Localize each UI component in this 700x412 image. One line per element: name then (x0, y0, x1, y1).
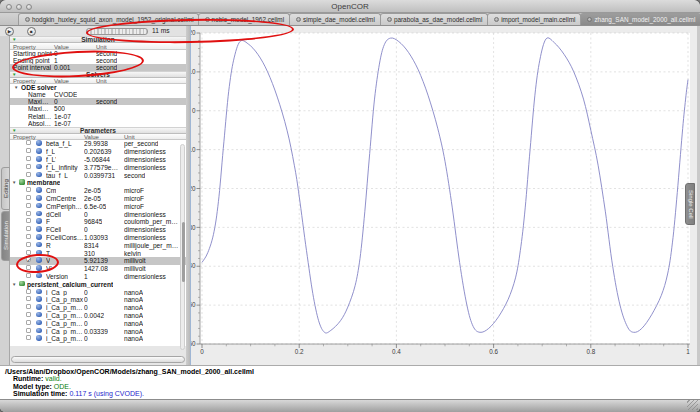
parameter-checkbox[interactable] (26, 211, 31, 216)
parameter-value[interactable]: 1427.08 (84, 265, 108, 273)
parameter-row[interactable]: FCell0dimensionless (10, 226, 186, 234)
parameter-row[interactable]: i_Ca_p_m…0nanoA (10, 320, 186, 328)
parameter-checkbox[interactable] (26, 320, 31, 325)
parameter-row[interactable]: tau_f_L0.0399731second (10, 172, 186, 180)
tab-close-icon[interactable] (387, 17, 392, 22)
property-value[interactable]: 500 (54, 105, 65, 112)
parameter-checkbox[interactable] (26, 335, 31, 340)
parameter-value[interactable]: 8314 (84, 242, 99, 250)
property-row[interactable]: Ending point1second (10, 57, 186, 64)
tab-close-icon[interactable] (587, 17, 592, 22)
parameter-checkbox[interactable] (26, 296, 31, 301)
parameter-checkbox[interactable] (26, 250, 31, 255)
parameter-row[interactable]: i_Ca_p_m…0.0042nanoA (10, 312, 186, 320)
view-tab-single-cell[interactable]: Single Cell (685, 183, 695, 225)
parameter-checkbox[interactable] (26, 226, 31, 231)
parameter-row[interactable]: ✓V5.92139millivolt (10, 257, 186, 265)
disclosure-triangle-icon[interactable]: ▼ (12, 179, 16, 187)
parameter-checkbox[interactable] (26, 234, 31, 239)
solver-property-row[interactable]: Maxi…0second (10, 98, 186, 105)
property-row[interactable]: Point interval0.001second (10, 64, 186, 71)
parameter-row[interactable]: dCell0dimensionless (10, 211, 186, 219)
parameter-row[interactable]: f_L'-5.06844dimensionless (10, 156, 186, 164)
property-value[interactable]: 1e-07 (54, 120, 71, 127)
parameter-checkbox[interactable] (26, 312, 31, 317)
tab-close-icon[interactable] (205, 17, 210, 22)
trace-plot[interactable]: 00.20.40.60.8120100-10-20-30-40-50-60 Si… (190, 26, 697, 365)
solver-property-row[interactable]: Maxi…500 (10, 105, 186, 112)
file-tab[interactable]: zhang_SAN_model_2000_all.cellml (580, 13, 700, 25)
parameter-value[interactable]: 0.202639 (84, 148, 112, 156)
parameter-checkbox[interactable] (26, 140, 31, 145)
file-tab[interactable]: import_model_main.cellml (487, 13, 581, 25)
parameter-checkbox[interactable] (26, 187, 31, 192)
parameter-checkbox[interactable] (26, 164, 31, 169)
file-tab[interactable]: parabola_as_dae_model.cellml (380, 13, 488, 25)
parameter-row[interactable]: i_Ca_p0nanoA (10, 289, 186, 297)
file-tab[interactable]: simple_dae_model.cellml (289, 13, 381, 25)
parameter-value[interactable]: 0 (84, 335, 88, 343)
section-header-simulation[interactable]: ▼ Simulation (10, 36, 186, 43)
parameter-row[interactable]: i_Ca_p_m…0.03339nanoA (10, 328, 186, 336)
property-value[interactable]: CVODE (54, 91, 77, 98)
parameter-checkbox[interactable] (26, 156, 31, 161)
parameter-value[interactable]: 96845 (84, 218, 102, 226)
property-value[interactable]: 0 (54, 98, 58, 105)
tab-close-icon[interactable] (494, 17, 499, 22)
parameter-row[interactable]: CmPeriph…6.5e-05microF (10, 203, 186, 211)
solver-property-row[interactable]: NameCVODE (10, 91, 186, 98)
parameter-value[interactable]: 1 (84, 273, 88, 281)
solver-property-row[interactable]: Absol…1e-07 (10, 120, 186, 127)
stop-simulation-button[interactable]: ■ (27, 27, 36, 36)
parameter-value[interactable]: 2e-05 (84, 195, 101, 203)
disclosure-triangle-icon[interactable]: ▼ (14, 84, 18, 91)
parameter-value[interactable]: 310 (84, 250, 95, 258)
property-value[interactable]: 0 (54, 50, 58, 57)
parameter-row[interactable]: Cm2e-05microF (10, 187, 186, 195)
parameter-row[interactable]: Version1dimensionless (10, 273, 186, 281)
parameter-value[interactable]: 0.03339 (84, 328, 108, 336)
parameter-value[interactable]: 5.92139 (84, 257, 108, 265)
property-value[interactable]: 1 (54, 57, 58, 64)
parameter-row[interactable]: f_L0.202639dimensionless (10, 148, 186, 156)
parameter-checkbox[interactable] (26, 148, 31, 153)
parameter-value[interactable]: 0.0042 (84, 312, 104, 320)
parameter-row[interactable]: f_L_infinity3.77579e…dimensionless (10, 164, 186, 172)
parameter-value[interactable]: 29.9938 (84, 140, 108, 148)
property-value[interactable]: 0.001 (54, 64, 71, 71)
parameter-checkbox[interactable] (26, 172, 31, 177)
parameter-row[interactable]: FCellCons…1.03093dimensionless (10, 234, 186, 242)
parameter-checkbox[interactable] (26, 242, 31, 247)
disclosure-triangle-icon[interactable]: ▼ (12, 281, 16, 289)
parameter-value[interactable]: 6.5e-05 (84, 203, 106, 211)
parameters-scrollbar[interactable] (180, 144, 185, 350)
parameter-value[interactable]: 0 (84, 304, 88, 312)
parameter-row[interactable]: T310kelvin (10, 250, 186, 258)
parameter-checkbox[interactable] (26, 195, 31, 200)
delay-wheel[interactable] (86, 28, 148, 35)
solver-group-row[interactable]: ▼ODE solver (10, 84, 186, 91)
parameter-checkbox[interactable] (26, 265, 31, 270)
file-tab[interactable]: noble_model_1962.cellml (198, 13, 291, 25)
property-value[interactable]: 1e-07 (54, 113, 71, 120)
titlebar[interactable]: OpenCOR (0, 0, 700, 13)
parameter-checkbox[interactable] (26, 203, 31, 208)
solver-property-row[interactable]: Relati…1e-07 (10, 113, 186, 120)
minimize-window-button[interactable] (16, 4, 22, 10)
parameter-value[interactable]: 0.0399731 (84, 172, 115, 180)
parameter-row[interactable]: ▼persistent_calcium_current (10, 281, 186, 289)
scrollbar-thumb[interactable] (182, 222, 185, 282)
parameter-row[interactable]: R8314millijoule_per_m… (10, 242, 186, 250)
property-row[interactable]: Starting point0second (10, 50, 186, 57)
parameter-value[interactable]: 0 (84, 320, 88, 328)
parameter-row[interactable]: V'1427.08millivolt (10, 265, 186, 273)
parameter-value[interactable]: -5.06844 (84, 156, 110, 164)
parameter-checkbox[interactable] (26, 289, 31, 294)
parameter-row[interactable]: ▼membrane (10, 179, 186, 187)
parameter-value[interactable]: 0 (84, 296, 88, 304)
parameter-checkbox[interactable] (26, 304, 31, 309)
parameter-checkbox[interactable] (26, 218, 31, 223)
parameter-value[interactable]: 3.77579e… (84, 164, 118, 172)
parameter-value[interactable]: 0 (84, 226, 88, 234)
parameter-row[interactable]: i_Ca_p_max0nanoA (10, 296, 186, 304)
